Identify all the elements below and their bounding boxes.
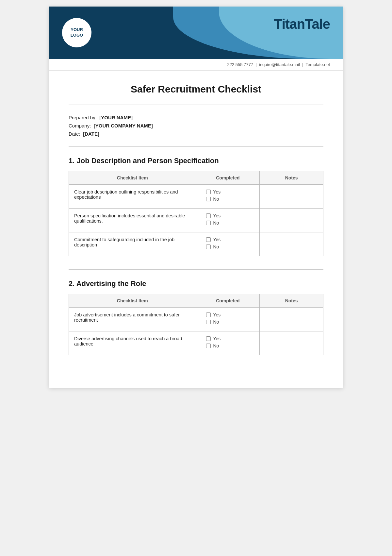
section-2-table: Checklist ItemCompletedNotesJob advertis… xyxy=(69,294,323,355)
prepared-by-value: [YOUR NAME] xyxy=(99,115,133,120)
company-line: Company: [YOUR COMPANY NAME] xyxy=(69,123,323,128)
row-1-item: Person specification includes essential … xyxy=(69,209,196,232)
col-header-1: Completed xyxy=(196,294,260,308)
title-divider xyxy=(69,105,323,105)
row-0-completed: YesNo xyxy=(196,308,260,331)
table-row: Clear job description outlining responsi… xyxy=(69,185,323,209)
row-2-item: Commitment to safeguarding included in t… xyxy=(69,232,196,256)
section-divider xyxy=(69,269,323,270)
document-title: Safer Recruitment Checklist xyxy=(69,84,323,95)
row-1-notes xyxy=(260,331,323,355)
row-2-notes xyxy=(260,232,323,256)
checkbox-yes[interactable]: Yes xyxy=(206,189,254,194)
col-header-0: Checklist Item xyxy=(69,171,196,185)
checkbox-icon xyxy=(206,344,211,348)
checkbox-yes[interactable]: Yes xyxy=(206,312,254,317)
company-label: Company: xyxy=(69,123,91,128)
checkbox-no[interactable]: No xyxy=(206,220,254,226)
date-label: Date: xyxy=(69,131,80,137)
logo-text2: LOGO xyxy=(71,33,83,38)
phone-number: 222 555 7777 xyxy=(227,62,253,67)
checkbox-yes[interactable]: Yes xyxy=(206,336,254,341)
checkbox-icon xyxy=(206,213,211,218)
section-2: 2. Advertising the RoleChecklist ItemCom… xyxy=(69,279,323,355)
logo-circle: YOUR LOGO xyxy=(62,18,91,47)
row-1-item: Diverse advertising channels used to rea… xyxy=(69,331,196,355)
row-0-item: Job advertisement includes a commitment … xyxy=(69,308,196,331)
brand-name: TitanTale xyxy=(274,16,330,32)
contact-bar: 222 555 7777 | inquire@titantale.mail | … xyxy=(49,59,343,71)
section-1-title: 1. Job Description and Person Specificat… xyxy=(69,157,323,165)
checkbox-label: Yes xyxy=(213,189,221,194)
row-0-completed: YesNo xyxy=(196,185,260,209)
row-0-notes xyxy=(260,308,323,331)
col-header-1: Completed xyxy=(196,171,260,185)
checkbox-label: No xyxy=(213,244,219,249)
prepared-by-line: Prepared by: [YOUR NAME] xyxy=(69,115,323,120)
row-0-notes xyxy=(260,185,323,209)
email-address: inquire@titantale.mail xyxy=(259,62,300,67)
col-header-2: Notes xyxy=(260,294,323,308)
table-row: Diverse advertising channels used to rea… xyxy=(69,331,323,355)
checkbox-no[interactable]: No xyxy=(206,196,254,202)
row-2-completed: YesNo xyxy=(196,232,260,256)
company-value: [YOUR COMPANY NAME] xyxy=(94,123,153,128)
col-header-2: Notes xyxy=(260,171,323,185)
checkbox-no[interactable]: No xyxy=(206,244,254,249)
checkbox-yes[interactable]: Yes xyxy=(206,237,254,242)
checkbox-label: No xyxy=(213,220,219,226)
table-row: Commitment to safeguarding included in t… xyxy=(69,232,323,256)
section-2-title: 2. Advertising the Role xyxy=(69,279,323,288)
row-1-completed: YesNo xyxy=(196,209,260,232)
main-content: Safer Recruitment Checklist Prepared by:… xyxy=(49,71,343,388)
checkbox-yes[interactable]: Yes xyxy=(206,213,254,218)
checkbox-label: No xyxy=(213,196,219,202)
checkbox-icon xyxy=(206,320,211,324)
header: YOUR LOGO TitanTale xyxy=(49,7,343,59)
checkbox-no[interactable]: No xyxy=(206,319,254,325)
website: Template.net xyxy=(306,62,330,67)
checkbox-no[interactable]: No xyxy=(206,343,254,348)
row-1-notes xyxy=(260,209,323,232)
section-1: 1. Job Description and Person Specificat… xyxy=(69,157,323,256)
prepared-by-label: Prepared by: xyxy=(69,115,97,120)
logo-text: YOUR xyxy=(71,27,83,33)
sections-container: 1. Job Description and Person Specificat… xyxy=(69,157,323,355)
row-1-completed: YesNo xyxy=(196,331,260,355)
section-1-table: Checklist ItemCompletedNotesClear job de… xyxy=(69,171,323,256)
date-value: [DATE] xyxy=(83,131,99,137)
row-0-item: Clear job description outlining responsi… xyxy=(69,185,196,209)
checkbox-icon xyxy=(206,197,211,201)
checkbox-icon xyxy=(206,237,211,242)
date-line: Date: [DATE] xyxy=(69,131,323,137)
checkbox-label: Yes xyxy=(213,237,221,242)
page: YOUR LOGO TitanTale 222 555 7777 | inqui… xyxy=(49,7,343,388)
checkbox-icon xyxy=(206,190,211,194)
checkbox-label: Yes xyxy=(213,336,221,341)
checkbox-label: No xyxy=(213,343,219,348)
checkbox-label: Yes xyxy=(213,312,221,317)
checkbox-icon xyxy=(206,336,211,341)
meta-divider xyxy=(69,146,323,147)
checkbox-icon xyxy=(206,221,211,225)
checkbox-icon xyxy=(206,244,211,249)
col-header-0: Checklist Item xyxy=(69,294,196,308)
checkbox-icon xyxy=(206,312,211,317)
table-row: Person specification includes essential … xyxy=(69,209,323,232)
table-row: Job advertisement includes a commitment … xyxy=(69,308,323,331)
checkbox-label: Yes xyxy=(213,213,221,218)
checkbox-label: No xyxy=(213,319,219,325)
meta-block: Prepared by: [YOUR NAME] Company: [YOUR … xyxy=(69,115,323,137)
